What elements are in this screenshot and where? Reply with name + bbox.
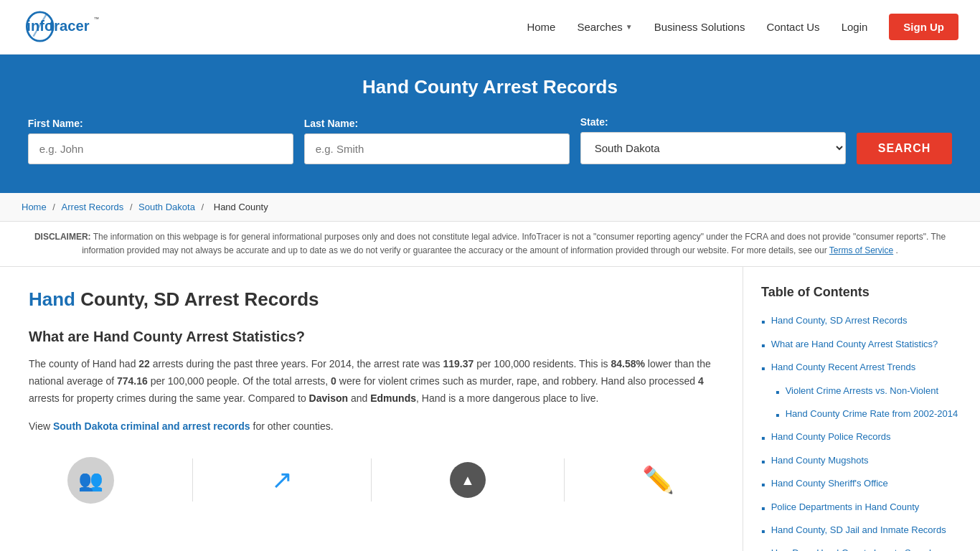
first-name-group: First Name: [28, 118, 293, 164]
last-name-group: Last Name: [304, 118, 570, 164]
view-suffix: for other counties. [250, 420, 334, 432]
first-name-label: First Name: [28, 118, 293, 129]
toc-item-10: ▪ Hand County, SD Jail and Inmate Record… [761, 520, 962, 543]
toc-link-9[interactable]: Police Departments in Hand County [771, 501, 920, 514]
toc-item-4: ▪ Violent Crime Arrests vs. Non-Violent [761, 381, 962, 404]
toc-item-11: ▪ How Does Hand County Inmate Search Wor… [761, 543, 962, 551]
toc-bullet-8: ▪ [761, 477, 765, 493]
header: info tracer ™ Home Searches ▼ Business S… [0, 0, 980, 55]
nav: Home Searches ▼ Business Solutions Conta… [527, 14, 958, 40]
toc-item-1: ▪ Hand County, SD Arrest Records [761, 311, 962, 334]
arrest-rate: 119.37 [443, 358, 473, 369]
content-left: Hand County, SD Arrest Records What are … [0, 267, 743, 551]
disclaimer-label: DISCLAIMER: [34, 232, 91, 242]
toc-bullet-4: ▪ [776, 385, 780, 400]
toc-item-5: ▪ Hand County Crime Rate from 2002-2014 [761, 404, 962, 427]
compared-1: Davison [309, 392, 348, 404]
icon-pencil: ✏️ [642, 465, 674, 495]
nav-signup[interactable]: Sign Up [889, 14, 958, 40]
article-view-text: View South Dakota criminal and arrest re… [29, 418, 714, 435]
arrests-count: 22 [138, 358, 150, 369]
disclaimer: DISCLAIMER: The information on this webp… [0, 222, 980, 267]
toc-item-3: ▪ Hand County Recent Arrest Trends [761, 357, 962, 380]
toc-link-6[interactable]: Hand County Police Records [771, 430, 891, 443]
article-title: Hand County, SD Arrest Records [29, 288, 714, 311]
logo-svg: info tracer ™ [22, 7, 100, 47]
compared-2: Edmunds [370, 392, 416, 404]
people-icon: 👥 [67, 457, 114, 504]
toc-item-7: ▪ Hand County Mugshots [761, 451, 962, 474]
toc-link-11[interactable]: How Does Hand County Inmate Search Work? [771, 547, 962, 551]
article-title-rest: County, SD Arrest Records [75, 288, 319, 310]
state-label: State: [580, 116, 846, 128]
toc-bullet-3: ▪ [761, 361, 765, 377]
toc-link-10[interactable]: Hand County, SD Jail and Inmate Records [771, 524, 946, 537]
toc-item-9: ▪ Police Departments in Hand County [761, 497, 962, 520]
icon-divider-1 [192, 458, 193, 501]
last-name-input[interactable] [304, 133, 570, 164]
state-select[interactable]: South Dakota [580, 132, 846, 164]
breadcrumb-home[interactable]: Home [22, 202, 47, 212]
view-prefix: View [29, 420, 53, 432]
disclaimer-tos-link[interactable]: Terms of Service [829, 245, 893, 255]
arrow-up-icon: ↗ [271, 465, 293, 495]
icons-row: 👥 ↗ ▲ ✏️ [29, 450, 714, 504]
state-group: State: South Dakota [580, 116, 846, 164]
toc-bullet-9: ▪ [761, 501, 765, 517]
breadcrumb-arrest-records[interactable]: Arrest Records [62, 202, 124, 212]
toc-bullet-7: ▪ [761, 454, 765, 470]
icon-scroll-top[interactable]: ▲ [450, 462, 486, 498]
search-button[interactable]: SEARCH [857, 133, 953, 164]
breadcrumb-hand-county: Hand County [214, 202, 268, 212]
breadcrumb: Home / Arrest Records / South Dakota / H… [0, 193, 980, 222]
main-content: Hand County, SD Arrest Records What are … [0, 267, 980, 551]
last-name-label: Last Name: [304, 118, 570, 129]
toc-link-5[interactable]: Hand County Crime Rate from 2002-2014 [786, 408, 958, 420]
toc-bullet-11: ▪ [761, 547, 765, 551]
breadcrumb-sep-2: / [130, 202, 135, 212]
toc-link-2[interactable]: What are Hand County Arrest Statistics? [771, 338, 938, 351]
toc: Table of Contents ▪ Hand County, SD Arre… [761, 285, 962, 551]
hero-section: Hand County Arrest Records First Name: L… [0, 55, 980, 193]
nav-login[interactable]: Login [842, 21, 868, 33]
toc-bullet-2: ▪ [761, 338, 765, 354]
icon-divider-2 [371, 458, 372, 501]
svg-text:tracer: tracer [50, 18, 90, 34]
nav-business-solutions[interactable]: Business Solutions [654, 21, 745, 33]
toc-link-8[interactable]: Hand County Sheriff's Office [771, 477, 888, 490]
scroll-top-button[interactable]: ▲ [450, 462, 486, 498]
toc-link-4[interactable]: Violent Crime Arrests vs. Non-Violent [786, 385, 938, 397]
article-paragraph: The county of Hand had 22 arrests during… [29, 356, 714, 407]
first-name-input[interactable] [28, 133, 293, 164]
toc-link-7[interactable]: Hand County Mugshots [771, 454, 869, 467]
svg-text:™: ™ [94, 16, 99, 22]
nav-home[interactable]: Home [527, 21, 555, 33]
hero-title: Hand County Arrest Records [14, 76, 966, 98]
toc-item-8: ▪ Hand County Sheriff's Office [761, 474, 962, 496]
toc-item-6: ▪ Hand County Police Records [761, 427, 962, 450]
search-form: First Name: Last Name: State: South Dako… [14, 116, 966, 164]
toc-bullet-6: ▪ [761, 430, 765, 446]
breadcrumb-sep-3: / [202, 202, 207, 212]
toc-bullet-10: ▪ [761, 524, 765, 540]
disclaimer-end: . [896, 245, 898, 255]
toc-link-1[interactable]: Hand County, SD Arrest Records [771, 314, 908, 327]
lower-pct: 84.58% [611, 358, 644, 369]
violent-count: 0 [331, 375, 336, 387]
searches-dropdown-arrow: ▼ [626, 23, 633, 31]
toc-link-3[interactable]: Hand County Recent Arrest Trends [771, 361, 916, 374]
nav-contact-us[interactable]: Contact Us [766, 21, 819, 33]
logo-area: info tracer ™ [22, 7, 100, 47]
article-stats-heading: What are Hand County Arrest Statistics? [29, 329, 714, 345]
view-link[interactable]: South Dakota criminal and arrest records [53, 420, 250, 432]
pencil-icon: ✏️ [642, 465, 674, 495]
breadcrumb-south-dakota[interactable]: South Dakota [138, 202, 195, 212]
breadcrumb-sep-1: / [52, 202, 57, 212]
nav-searches[interactable]: Searches ▼ [577, 21, 632, 33]
icon-people: 👥 [67, 457, 114, 504]
property-count: 4 [698, 375, 704, 387]
national-avg: 774.16 [117, 375, 148, 387]
toc-bullet-5: ▪ [776, 408, 780, 423]
toc-item-2: ▪ What are Hand County Arrest Statistics… [761, 334, 962, 357]
disclaimer-text: The information on this webpage is for g… [82, 232, 946, 255]
